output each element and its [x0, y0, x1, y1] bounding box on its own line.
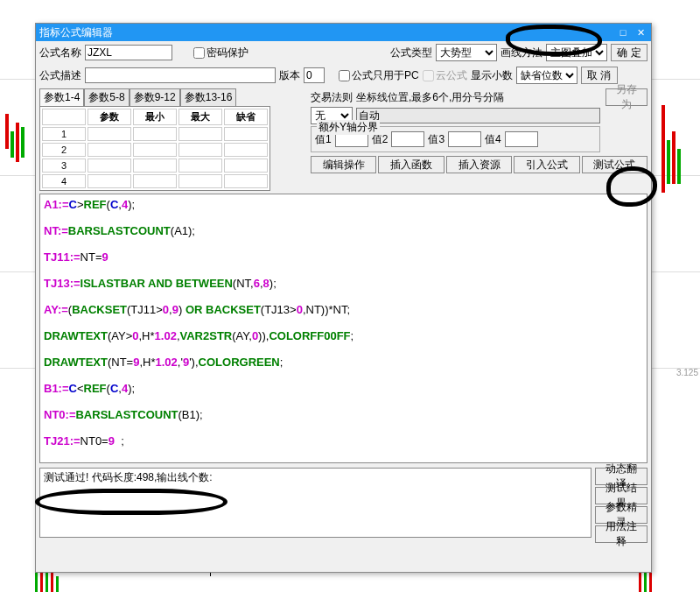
col-default: 缺省	[224, 109, 268, 125]
maximize-icon[interactable]: □	[616, 26, 630, 39]
pc-only-checkbox[interactable]: 公式只用于PC	[339, 68, 419, 83]
y-val3-input[interactable]	[448, 131, 481, 147]
version-label: 版本	[279, 68, 300, 83]
coord-pos-label: 坐标线位置,最多6个,用分号分隔	[356, 90, 600, 105]
cancel-button[interactable]: 取 消	[581, 67, 618, 84]
table-row: 1	[42, 127, 268, 141]
col-min: 最小	[133, 109, 177, 125]
titlebar: 指标公式编辑器 □ ✕	[36, 24, 651, 41]
formula-desc-label: 公式描述	[39, 68, 81, 83]
coord-pos-input[interactable]	[356, 108, 600, 123]
tab-params-1-4[interactable]: 参数1-4	[39, 88, 84, 106]
row-formula-name: 公式名称 密码保护 公式类型 大势型 画线方法 主图叠加 确 定	[36, 41, 651, 64]
extra-y-group: 额外Y轴分界 值1 值2 值3 值4	[311, 126, 600, 152]
tab-params-13-16[interactable]: 参数13-16	[180, 88, 237, 106]
password-protect-checkbox[interactable]: 密码保护	[193, 46, 248, 60]
y-val4-input[interactable]	[505, 131, 538, 147]
param-tabs: 参数1-4 参数5-8 参数9-12 参数13-16	[39, 88, 307, 106]
insert-fn-button[interactable]: 插入函数	[378, 156, 444, 173]
action-row: 编辑操作 插入函数 插入资源 引入公式 测试公式	[311, 156, 648, 173]
formula-type-select[interactable]: 大势型	[436, 44, 497, 61]
formula-name-input[interactable]	[85, 45, 172, 60]
formula-editor-window: 指标公式编辑器 □ ✕ 公式名称 密码保护 公式类型 大势型 画线方法 主图叠加…	[35, 23, 652, 573]
table-row: 4	[42, 174, 268, 188]
draw-method-select[interactable]: 主图叠加	[546, 44, 607, 61]
side-buttons: 动态翻译 测试结果 参数精灵 用法注释	[595, 468, 648, 543]
status-box: 测试通过! 代码长度:498,输出线个数:	[39, 468, 592, 538]
col-param: 参数	[88, 109, 131, 125]
version-input[interactable]	[304, 67, 325, 83]
confirm-button[interactable]: 确 定	[611, 44, 648, 61]
trading-rule-label: 交易法则	[311, 90, 353, 105]
table-row: 2	[42, 143, 268, 157]
usage-note-button[interactable]: 用法注释	[595, 525, 648, 543]
import-formula-button[interactable]: 引入公式	[514, 156, 579, 173]
draw-method-label: 画线方法	[500, 46, 542, 60]
close-icon[interactable]: ✕	[634, 26, 648, 39]
y-val2-input[interactable]	[391, 131, 424, 147]
formula-desc-input[interactable]	[85, 67, 276, 83]
window-title: 指标公式编辑器	[39, 25, 612, 40]
right-control-panel: 交易法则 坐标线位置,最多6个,用分号分隔 无 额外Y轴分界 值1 值2 值3	[307, 87, 651, 191]
edit-op-button[interactable]: 编辑操作	[311, 156, 376, 173]
formula-name-label: 公式名称	[39, 46, 81, 60]
row-formula-desc: 公式描述 版本 公式只用于PC 云公式 显示小数 缺省位数 取 消	[36, 64, 651, 87]
param-grid[interactable]: 参数 最小 最大 缺省 1 2 3 4	[39, 106, 270, 191]
show-decimal-label: 显示小数	[471, 68, 513, 83]
test-formula-button[interactable]: 测试公式	[582, 156, 648, 173]
show-decimal-select[interactable]: 缺省位数	[516, 67, 578, 84]
tab-params-5-8[interactable]: 参数5-8	[84, 88, 129, 106]
bottom-row: 测试通过! 代码长度:498,输出线个数: 动态翻译 测试结果 参数精灵 用法注…	[39, 468, 648, 543]
cloud-formula-checkbox: 云公式	[423, 68, 467, 83]
table-row: 3	[42, 159, 268, 173]
status-text: 测试通过! 代码长度:498,输出线个数:	[44, 471, 213, 483]
save-as-button[interactable]: 另存为	[606, 88, 648, 106]
insert-res-button[interactable]: 插入资源	[446, 156, 512, 173]
code-editor[interactable]: A1:=C>REF(C,4); NT:=BARSLASTCOUNT(A1); T…	[39, 194, 648, 463]
col-max: 最大	[178, 109, 222, 125]
tab-params-9-12[interactable]: 参数9-12	[130, 88, 180, 106]
formula-type-label: 公式类型	[390, 46, 432, 60]
